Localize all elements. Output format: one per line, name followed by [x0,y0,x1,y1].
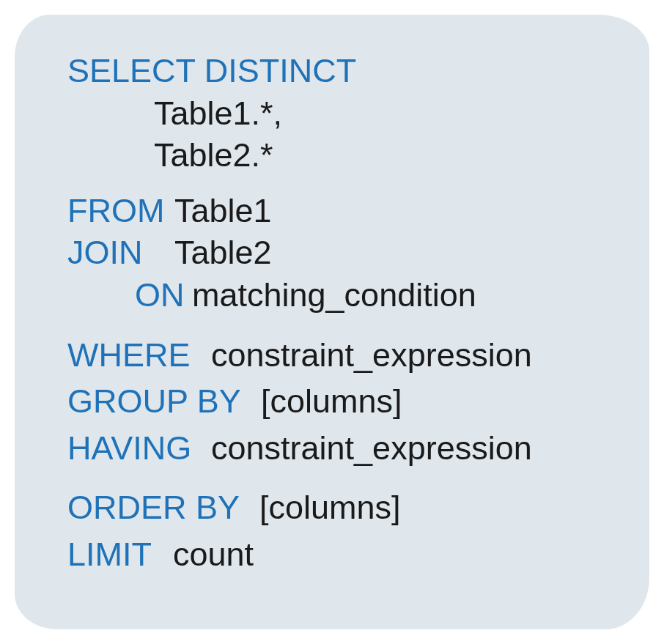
orderby-line: ORDER BY [columns] [67,486,627,529]
where-line: WHERE constraint_expression [67,334,627,377]
from-keyword: FROM [67,190,174,232]
having-line: HAVING constraint_expression [67,427,627,470]
select-col-1: Table1.*, [67,92,627,135]
where-value: constraint_expression [211,334,532,377]
from-value: Table1 [174,190,272,232]
on-value: matching_condition [192,274,476,317]
select-line: SELECT DISTINCT [67,50,627,92]
groupby-keyword: GROUP BY [67,380,261,423]
having-keyword: HAVING [67,427,211,470]
orderby-keyword: ORDER BY [67,486,259,529]
from-line: FROM Table1 [67,190,627,232]
select-col-1-text: Table1.*, [154,92,282,135]
join-keyword: JOIN [67,232,174,274]
on-keyword: ON [135,274,192,317]
join-line: JOIN Table2 [67,232,627,274]
on-line: ON matching_condition [67,274,627,317]
having-value: constraint_expression [211,427,532,470]
sql-skeleton-card: SELECT DISTINCT Table1.*, Table2.* FROM … [15,15,649,629]
select-col-2-text: Table2.* [154,134,273,177]
orderby-value: [columns] [259,486,401,529]
where-keyword: WHERE [67,334,211,377]
groupby-value: [columns] [261,380,402,423]
limit-keyword: LIMIT [67,533,173,576]
select-col-2: Table2.* [67,134,627,177]
limit-value: count [173,533,254,576]
groupby-line: GROUP BY [columns] [67,380,627,423]
select-keyword: SELECT DISTINCT [67,50,356,92]
join-value: Table2 [174,232,272,274]
limit-line: LIMIT count [67,533,627,576]
